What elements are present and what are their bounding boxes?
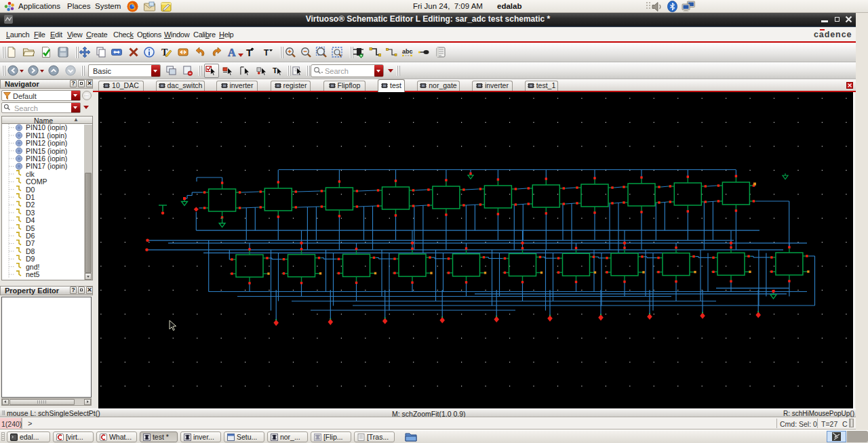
svg-text:D6: D6: [26, 232, 35, 240]
svg-text:PIN10 (iopin): PIN10 (iopin): [26, 124, 67, 131]
svg-text:D9: D9: [26, 255, 35, 263]
svg-text:COMP: COMP: [26, 177, 47, 186]
svg-text:net5: net5: [26, 270, 40, 278]
svg-text:PIN17 (iopin): PIN17 (iopin): [26, 162, 67, 170]
svg-text:gnd!: gnd!: [26, 263, 39, 271]
svg-text:T: T: [264, 48, 269, 58]
svg-text:T: T: [273, 66, 277, 75]
svg-text:PIN12 (iopin): PIN12 (iopin): [26, 139, 67, 147]
svg-text:D3: D3: [26, 209, 35, 217]
svg-text:D0: D0: [26, 186, 35, 194]
svg-text:clk: clk: [26, 170, 35, 178]
svg-text:A: A: [228, 47, 236, 58]
svg-text:PIN11 (iopin): PIN11 (iopin): [26, 131, 67, 140]
svg-text:D8: D8: [26, 247, 35, 255]
svg-text:D4: D4: [26, 216, 35, 224]
svg-text:PIN15 (iopin): PIN15 (iopin): [26, 147, 67, 155]
svg-text:D5: D5: [26, 224, 35, 232]
svg-text:D2: D2: [26, 201, 35, 209]
svg-text:abc: abc: [402, 48, 413, 55]
svg-text:D7: D7: [26, 239, 35, 247]
svg-text:D1: D1: [26, 193, 35, 201]
svg-text:PIN16 (iopin): PIN16 (iopin): [26, 154, 67, 163]
